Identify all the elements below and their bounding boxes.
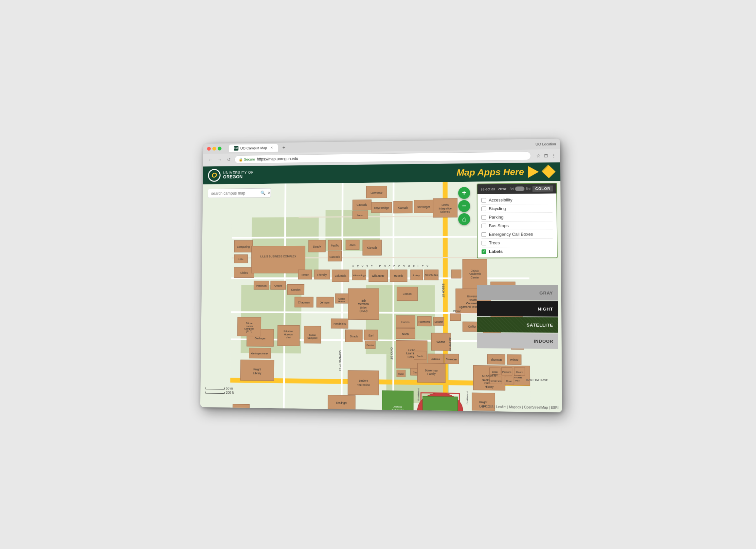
svg-text:AGATE ST: AGATE ST [448,338,451,351]
close-dot[interactable] [207,147,211,151]
tab-close-button[interactable]: ✕ [270,146,273,150]
select-all-link[interactable]: select all [481,187,495,191]
secure-badge: 🔒 Secure [239,157,255,161]
svg-text:Anstett: Anstett [274,284,282,287]
svg-text:North: North [402,333,409,336]
map-style-gray-button[interactable]: GRAY [477,285,558,301]
svg-text:LILLIS BUSINESS COMPLEX: LILLIS BUSINESS COMPLEX [261,255,297,258]
svg-text:Schnitzer: Schnitzer [283,330,294,333]
svg-text:Straub: Straub [350,335,358,338]
svg-text:(EMU): (EMU) [360,310,368,313]
svg-text:Erb: Erb [361,300,366,302]
browser-window: UO UO Campus Map ✕ + UO Location ← → ↺ 🔒… [200,138,562,412]
url-text: https://map.uoregon.edu [257,156,298,161]
svg-text:South: South [417,355,423,357]
svg-text:Grandstand: Grandstand [466,392,469,404]
svg-text:K E Y   S C I E N C E   C O M : K E Y S C I E N C E C O M P L E X [352,265,429,268]
home-button[interactable]: ⌂ [458,213,470,225]
layer-checkbox-trees[interactable] [481,241,486,245]
svg-text:Columbia: Columbia [335,274,346,278]
svg-text:History: History [485,385,494,389]
layer-label-labels: Labels [489,249,503,254]
menu-icon[interactable]: ⋮ [551,153,556,158]
svg-text:Lokey: Lokey [413,274,420,277]
layer-item-labels[interactable]: ✓ Labels [477,247,557,256]
svg-text:Carson: Carson [403,293,412,296]
search-input[interactable] [211,191,259,195]
uo-text: UNIVERSITY OF OREGON [223,171,254,180]
clear-link[interactable]: clear [498,187,506,191]
layer-label-parking: Parking [489,214,504,219]
layer-checkbox-parking[interactable] [481,215,486,219]
layer-item-accessibility[interactable]: Accessibility [477,195,557,204]
address-right-icons: ☆ ⊡ ⋮ [536,153,556,158]
url-bar[interactable]: 🔒 Secure https://map.uoregon.edu [234,152,531,164]
svg-text:Education: Education [236,409,246,412]
tab-title: UO Campus Map [240,146,267,150]
layer-checkbox-emergency-call-boxes[interactable] [481,232,486,236]
svg-text:Earl: Earl [369,334,373,337]
svg-text:Gerlinger Annex: Gerlinger Annex [251,352,268,356]
layer-item-trees[interactable]: Trees [477,238,557,247]
svg-text:Esslinger: Esslinger [336,402,348,405]
forward-button[interactable]: → [216,156,223,163]
layer-checkbox-accessibility[interactable] [481,198,486,202]
arrow-right-icon [528,166,539,178]
layer-item-bus-stops[interactable]: Bus Stops [477,221,557,230]
layer-checkbox-bus-stops[interactable] [481,223,486,228]
layer-checkbox-bicycling[interactable] [481,206,486,211]
svg-text:House: House [338,300,345,303]
svg-text:Persons: Persons [502,371,512,374]
tab-favicon: UO [234,146,239,151]
maximize-dot[interactable] [218,146,222,150]
refresh-button[interactable]: ↺ [226,156,232,163]
svg-text:BEECH ST: BEECH ST [442,284,445,298]
new-tab-button[interactable]: + [282,145,285,151]
svg-text:Streisinger: Streisinger [417,205,430,208]
layer-item-bicycling[interactable]: Bicycling [477,204,557,213]
uo-o-logo: O [208,169,221,182]
svg-text:Family: Family [427,373,436,376]
svg-text:Artificial: Artificial [393,405,402,409]
svg-text:Gerlinger: Gerlinger [255,337,266,340]
map-style-indoor-button[interactable]: INDOOR [477,333,558,349]
zoom-in-button[interactable]: + [458,187,470,199]
back-button[interactable]: ← [207,156,214,163]
search-clear-icon[interactable]: ✕ [267,190,271,195]
layer-item-emergency-call-boxes[interactable]: Emergency Call Boxes [477,230,557,238]
svg-text:Hayward: Hayward [435,411,446,412]
svg-text:Henderson: Henderson [490,379,502,383]
svg-text:Huestis: Huestis [394,274,403,278]
svg-text:Horton: Horton [401,321,410,324]
map-style-satellite-button[interactable]: SATELLITE [477,317,558,333]
svg-rect-240 [450,314,460,321]
map-style-night-button[interactable]: NIGHT [477,301,558,317]
layer-label-trees: Trees [489,240,500,245]
toggle-3d-flat[interactable]: 3d flat [510,186,531,191]
layer-label-accessibility: Accessibility [489,197,512,203]
svg-text:Deady: Deady [313,245,321,248]
toggle-pill[interactable] [515,186,525,191]
svg-text:Alien: Alien [350,244,356,247]
svg-text:Fluke: Fluke [398,373,404,375]
svg-text:Integrative: Integrative [439,207,452,210]
svg-text:Pacific: Pacific [331,244,339,247]
search-box: 🔍 ✕ [208,188,271,198]
svg-text:Walton: Walton [437,340,445,343]
svg-rect-158 [285,411,323,412]
svg-text:Onyx Bridge: Onyx Bridge [374,206,389,209]
layer-panel: select all clear 3d flat COLOR Accessibi… [477,183,558,258]
layer-item-parking[interactable]: Parking [477,212,557,221]
extend-icon[interactable]: ⊡ [544,153,548,158]
bookmark-icon[interactable]: ☆ [536,153,541,158]
minimize-dot[interactable] [212,147,216,151]
layer-checkbox-labels[interactable]: ✓ [481,249,486,254]
color-badge[interactable]: COLOR [532,185,553,192]
svg-text:Hall: Hall [515,379,520,382]
scale-feet: 200 ft [226,391,234,394]
zoom-out-button[interactable]: − [458,200,470,212]
browser-tab[interactable]: UO UO Campus Map ✕ [229,144,278,152]
map-apps-banner[interactable]: Map Apps Here [457,166,555,178]
svg-rect-150 [348,371,379,395]
svg-text:Peterson: Peterson [256,284,267,287]
